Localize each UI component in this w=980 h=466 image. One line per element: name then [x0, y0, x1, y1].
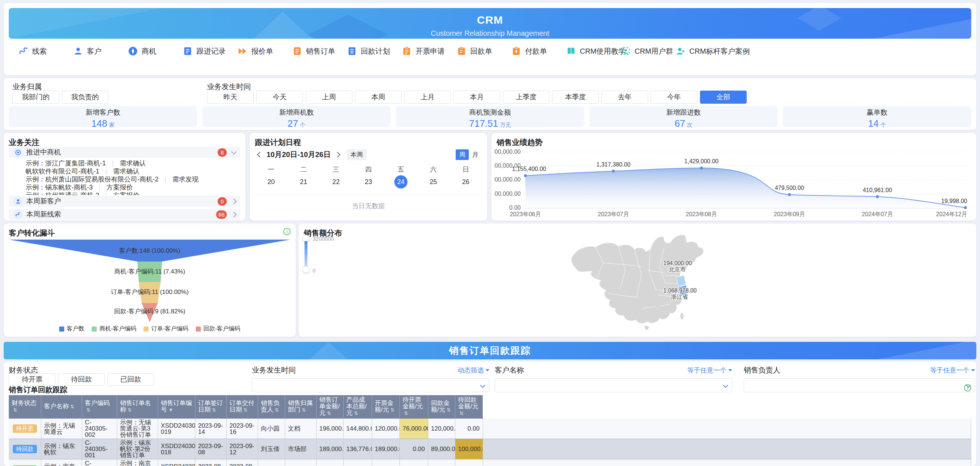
finance-status-button[interactable]: 待开票 — [9, 373, 56, 386]
focus-group-new-customers[interactable]: 本周新客户 0 — [9, 196, 240, 207]
global-filter-card: 业务归属 我部门的我负责的 业务发生时间 昨天今天上周本周上月本月上季度本季度去… — [4, 78, 976, 130]
table-row[interactable]: 已回款 示例：南京华五机械 C-220614-004 示例：南京华五机械-第3份… — [9, 460, 971, 466]
customer-name-select[interactable] — [495, 379, 732, 392]
opportunity-list-item[interactable]: 示例：浙江广厦集团-商机-1｜需求确认 — [25, 159, 240, 167]
column-header[interactable]: 待回款金额/元⇅ — [455, 395, 483, 418]
time-option-button[interactable]: 本月 — [453, 91, 500, 104]
dynamic-filter-link[interactable]: 动态筛选 — [458, 366, 489, 375]
legend-item: 订单-客户编码 — [143, 325, 188, 333]
time-option-button[interactable]: 昨天 — [207, 91, 254, 104]
cell-deliver-date: 2023-09-08 — [226, 460, 258, 466]
nav-item-crm-tutorial[interactable]: CRM使用教学 — [566, 46, 621, 56]
time-option-button[interactable]: 全部 — [700, 91, 747, 104]
kpi-unit: 次 — [687, 122, 692, 128]
invoice-request-icon — [402, 46, 412, 56]
column-header[interactable]: 财务状态⇅ — [9, 395, 41, 418]
next-week-button[interactable] — [333, 150, 342, 159]
cell-customer-code: C-240305-001 — [82, 439, 117, 460]
orders-section-banner: 销售订单回款跟踪 — [4, 342, 976, 359]
column-header[interactable]: 订单签订日期⇅ — [195, 395, 226, 418]
nav-item-followup-records[interactable]: 跟进记录 — [183, 46, 237, 56]
quick-nav: 线索 客户 商机 跟进记录 报价单 销售订单 — [18, 46, 730, 56]
legend-swatch — [143, 326, 149, 332]
kpi-value: 27 — [288, 118, 298, 129]
column-header[interactable]: 销售订单名称⇅ — [117, 395, 158, 418]
nav-item-opportunities[interactable]: 商机 — [128, 46, 183, 56]
opportunity-list-item[interactable]: 示例：杭州萧山国际贸易股份有限公司-商机-2｜需求发现 — [25, 175, 240, 183]
sort-icon: ⇅ — [275, 407, 279, 413]
column-header[interactable]: 客户编码⇅ — [82, 395, 117, 418]
column-header[interactable]: 销售负责人⇅ — [258, 395, 285, 418]
calendar-date[interactable]: 20 — [255, 175, 287, 188]
sales-owner-select[interactable] — [744, 379, 975, 392]
focus-group-new-leads[interactable]: 本周新线索 66 — [9, 209, 240, 220]
nav-item-crm-user-group[interactable]: CRM用户群 — [621, 46, 676, 56]
opportunity-name: 帆软软件有限公司-商机-1 — [25, 168, 99, 175]
nav-item-receipts[interactable]: 回款单 — [457, 46, 511, 56]
nav-item-leads[interactable]: 线索 — [18, 46, 73, 56]
focus-group-opportunities[interactable]: 推进中商机 8 — [9, 147, 240, 158]
calendar-date[interactable]: 21 — [287, 175, 320, 188]
column-header[interactable]: 回款金额/元⇅ — [428, 395, 455, 418]
order-time-select[interactable] — [252, 379, 489, 392]
column-header[interactable]: 产品成本总额/元⇅ — [343, 395, 372, 418]
time-option-button[interactable]: 去年 — [601, 91, 648, 104]
legend-swatch — [196, 326, 201, 332]
opportunity-name: 示例：杭州萧山国际贸易股份有限公司-商机-2 — [25, 176, 159, 183]
column-header[interactable]: 订单交付日期⇅ — [226, 395, 258, 418]
app-title: CRM — [9, 14, 971, 26]
calendar-date[interactable]: 23 — [352, 175, 385, 188]
legend-item: 客户数 — [59, 325, 84, 333]
cell-to-invoice-amount: 0.00 — [399, 460, 428, 466]
cell-order-name: 示例：无锡简通云-第3份销售订单 — [117, 418, 158, 439]
finance-status-button[interactable]: 待回款 — [58, 373, 105, 386]
weekday-label: 二 — [287, 165, 320, 174]
column-header[interactable]: 销售订单金额/元⇅ — [316, 395, 343, 418]
toggle-option[interactable]: 周 — [456, 150, 469, 160]
table-row[interactable]: 待回款 示例：锡东帆软 C-240305-001 示例：锡东帆软-第2份销售订单… — [9, 439, 971, 460]
slider-max-handle[interactable] — [303, 235, 309, 242]
opportunity-list-item[interactable]: 示例：杭州简通云-商机-3｜方案报价 — [25, 191, 240, 195]
nav-item-payment-plans[interactable]: 回款计划 — [347, 46, 402, 56]
column-header[interactable]: 销售归属部门⇅ — [285, 395, 316, 418]
finance-status-button[interactable]: 已回款 — [107, 373, 154, 386]
nav-item-crm-cases[interactable]: CRM标杆客户案例 — [676, 46, 730, 56]
toggle-option[interactable]: 月 — [469, 150, 482, 160]
table-row[interactable]: 待开票 示例：无锡简通云 C-240305-002 示例：无锡简通云-第3份销售… — [9, 418, 971, 439]
time-option-button[interactable]: 上季度 — [503, 91, 549, 104]
column-header[interactable]: 待开票金额/元⇅ — [399, 395, 428, 418]
calendar-date[interactable]: 26 — [449, 175, 482, 188]
china-sales-map[interactable]: 194,000.00 北京市 1,068,978.00 浙江省 — [550, 225, 726, 335]
time-option-button[interactable]: 本周 — [355, 91, 402, 104]
ownership-option-button[interactable]: 我部门的 — [13, 91, 59, 104]
info-icon[interactable]: i — [283, 228, 291, 235]
nav-item-payments[interactable]: 付款单 — [511, 46, 566, 56]
time-option-button[interactable]: 今年 — [651, 91, 697, 104]
nav-item-customers[interactable]: 客户 — [73, 46, 128, 56]
owner-operator-link[interactable]: 等于任意一个 — [930, 366, 975, 375]
customer-operator-link[interactable]: 等于任意一个 — [687, 366, 732, 375]
calendar-date[interactable]: 25 — [417, 175, 449, 188]
opportunity-list-item[interactable]: 示例：锡东帆软-商机-3｜方案报价 — [25, 183, 240, 191]
column-header[interactable]: 开票金额/元⇅ — [372, 395, 399, 418]
cell-order-no: XSDD240305-018 — [158, 439, 195, 460]
column-header[interactable]: 客户名称⇅ — [41, 395, 82, 418]
time-option-button[interactable]: 本季度 — [552, 91, 599, 104]
kpi-value: 67 — [675, 118, 685, 129]
opportunity-stage: 方案报价 — [107, 184, 133, 191]
cell-department: 市场部 — [285, 460, 316, 466]
slider-min-handle[interactable] — [303, 266, 309, 273]
opportunity-list-item[interactable]: 帆软软件有限公司-商机-1｜需求确认 — [25, 167, 240, 175]
ownership-option-button[interactable]: 我负责的 — [62, 91, 108, 104]
time-option-button[interactable]: 上周 — [305, 91, 352, 104]
info-icon[interactable]: i — [964, 384, 971, 391]
time-option-button[interactable]: 今天 — [256, 91, 303, 104]
nav-item-invoice-requests[interactable]: 开票申请 — [402, 46, 457, 56]
nav-item-quotations[interactable]: 报价单 — [237, 46, 292, 56]
calendar-date[interactable]: 24 — [385, 175, 417, 188]
nav-item-sales-orders[interactable]: 销售订单 — [292, 46, 347, 56]
column-header[interactable]: 销售订单编号▼ — [158, 395, 195, 418]
calendar-date[interactable]: 22 — [320, 175, 352, 188]
prev-week-button[interactable] — [255, 150, 264, 159]
time-option-button[interactable]: 上月 — [404, 91, 451, 104]
